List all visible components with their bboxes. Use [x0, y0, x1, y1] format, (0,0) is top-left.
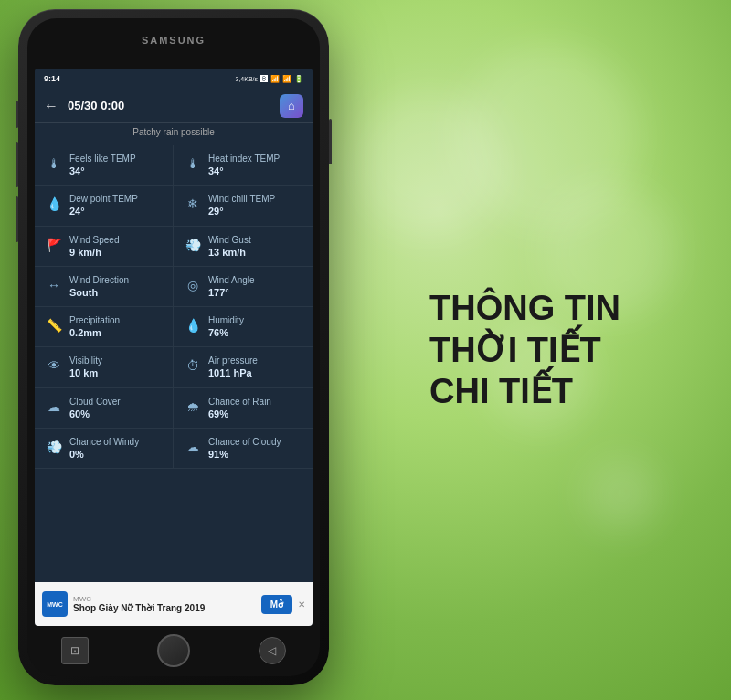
weather-item-value: 13 km/h	[208, 246, 303, 259]
weather-item: 💧 Humidity 76%	[174, 307, 313, 347]
weather-item: 💧 Dew point TEMP 24°	[35, 186, 174, 226]
weather-item-icon: 🌡	[44, 154, 64, 174]
weather-item-value: South	[69, 286, 164, 299]
phone-outer-shell: SAMSUNG 9:14 3,4KB/s 🅱 📶 📶 🔋 ←	[18, 9, 329, 685]
ad-main-text: Shop Giày Nữ Thời Trang 2019	[73, 603, 256, 613]
volume-up-button	[16, 101, 18, 128]
weather-item-value: 91%	[208, 448, 303, 461]
wifi-icon: 📶	[270, 75, 280, 83]
weather-item: 🌡 Feels like TEMP 34°	[35, 145, 174, 186]
power-button	[329, 119, 332, 164]
weather-item-icon: ☁	[44, 397, 64, 417]
data-speed: 3,4KB/s	[235, 76, 258, 82]
back-hardware-button[interactable]: ◁	[259, 637, 286, 664]
ad-logo-text: MWC	[47, 601, 63, 608]
weather-item: 🌧 Chance of Rain 69%	[174, 388, 313, 429]
weather-item-icon: 🚩	[44, 235, 64, 255]
phone-bottom-nav: ⊡ ◁	[27, 634, 320, 667]
weather-item-info: Wind chill TEMP 29°	[208, 193, 303, 217]
weather-item-value: 69%	[208, 408, 303, 420]
home-button[interactable]: ⌂	[280, 94, 303, 118]
weather-item: 🚩 Wind Speed 9 km/h	[35, 227, 174, 267]
weather-item: 💨 Wind Gust 13 km/h	[174, 227, 313, 267]
recent-apps-button[interactable]: ⊡	[61, 637, 89, 664]
bixby-button	[16, 196, 18, 242]
weather-item-icon: ❄	[183, 194, 203, 214]
ad-logo: MWC	[42, 591, 68, 617]
weather-item: 🌡 Heat index TEMP 34°	[174, 145, 313, 186]
weather-item-icon: 🌧	[183, 397, 203, 417]
weather-item-value: 29°	[208, 205, 303, 217]
weather-item-label: Dew point TEMP	[69, 193, 164, 205]
weather-item-label: Cloud Cover	[69, 396, 164, 408]
weather-item: ☁ Chance of Cloudy 91%	[174, 429, 313, 469]
weather-item-info: Chance of Rain 69%	[208, 396, 303, 420]
app-screen: 9:14 3,4KB/s 🅱 📶 📶 🔋 ← 05/30 0:00 ⌂	[35, 69, 313, 626]
ad-source: MWC	[73, 595, 256, 603]
weather-item-label: Heat index TEMP	[208, 153, 303, 164]
weather-item-icon: 💧	[44, 194, 64, 214]
weather-item-label: Wind Speed	[69, 234, 164, 246]
weather-item-info: Precipitation 0.2mm	[69, 314, 164, 339]
weather-content[interactable]: 🌡 Feels like TEMP 34° 🌡 Heat index TEMP …	[35, 141, 313, 582]
weather-item-icon: ◎	[183, 275, 203, 295]
weather-item-icon: ⏱	[183, 355, 203, 376]
weather-item-info: Cloud Cover 60%	[69, 396, 164, 420]
weather-item: ↔ Wind Direction South	[35, 267, 174, 307]
weather-item: 📏 Precipitation 0.2mm	[35, 307, 174, 347]
ad-banner[interactable]: MWC MWC Shop Giày Nữ Thời Trang 2019 Mở …	[35, 582, 313, 626]
promo-text: THÔNG TIN THỜI TIẾT CHI TIẾT	[429, 288, 685, 413]
weather-item: 👁 Visibility 10 km	[35, 347, 174, 387]
weather-item-icon: ☁	[183, 437, 203, 457]
weather-item-label: Humidity	[208, 314, 303, 326]
samsung-brand: SAMSUNG	[142, 35, 206, 46]
weather-item-info: Feels like TEMP 34°	[69, 153, 164, 177]
phone-device: SAMSUNG 9:14 3,4KB/s 🅱 📶 📶 🔋 ←	[18, 9, 329, 685]
weather-subtitle: Patchy rain possible	[35, 123, 313, 141]
weather-item-label: Feels like TEMP	[69, 153, 164, 164]
signal-icon: 📶	[282, 75, 291, 83]
weather-item-label: Chance of Cloudy	[208, 436, 303, 448]
ad-text-wrapper: MWC Shop Giày Nữ Thời Trang 2019	[73, 595, 256, 613]
weather-item-value: 24°	[69, 205, 164, 217]
weather-item-info: Visibility 10 km	[69, 355, 164, 379]
weather-item-label: Precipitation	[69, 314, 164, 326]
status-time: 9:14	[44, 74, 60, 83]
weather-item-value: 0%	[69, 448, 164, 461]
weather-item: ❄ Wind chill TEMP 29°	[174, 186, 313, 226]
weather-item-label: Wind Gust	[208, 234, 303, 246]
weather-item: 💨 Chance of Windy 0%	[35, 429, 174, 469]
weather-item-info: Dew point TEMP 24°	[69, 193, 164, 217]
weather-item-info: Air pressure 1011 hPa	[208, 355, 303, 379]
weather-item-icon: 👁	[44, 355, 64, 376]
weather-item-label: Visibility	[69, 355, 164, 366]
weather-item-icon: 🌡	[183, 154, 203, 174]
weather-item-info: Wind Direction South	[69, 274, 164, 299]
weather-item-label: Wind chill TEMP	[208, 193, 303, 205]
weather-item-value: 0.2mm	[69, 326, 164, 339]
weather-item-label: Air pressure	[208, 355, 303, 366]
weather-item-icon: 📏	[44, 315, 64, 335]
weather-item-label: Chance of Windy	[69, 436, 164, 448]
weather-grid: 🌡 Feels like TEMP 34° 🌡 Heat index TEMP …	[35, 145, 313, 469]
weather-item-icon: 💨	[183, 235, 203, 255]
weather-item-icon: ↔	[44, 275, 64, 295]
physical-home-button[interactable]	[157, 634, 190, 667]
promo-line1: THÔNG TIN THỜI TIẾT	[429, 289, 620, 369]
ad-open-button[interactable]: Mở	[261, 595, 292, 614]
nav-title: 05/30 0:00	[68, 99, 280, 112]
weather-item-value: 9 km/h	[69, 246, 164, 259]
bluetooth-icon: 🅱	[260, 75, 268, 83]
status-icons: 3,4KB/s 🅱 📶 📶 🔋	[235, 75, 303, 83]
weather-item-label: Chance of Rain	[208, 396, 303, 408]
promo-line2: CHI TIẾT	[429, 372, 573, 410]
back-button[interactable]: ←	[44, 98, 58, 114]
ad-close-button[interactable]: ✕	[298, 599, 305, 610]
battery-icon: 🔋	[294, 75, 303, 83]
status-bar: 9:14 3,4KB/s 🅱 📶 📶 🔋	[35, 69, 313, 89]
weather-item-value: 76%	[208, 326, 303, 339]
weather-item-label: Wind Direction	[69, 274, 164, 286]
weather-item-info: Heat index TEMP 34°	[208, 153, 303, 177]
weather-item-info: Chance of Windy 0%	[69, 436, 164, 461]
subtitle-text: Patchy rain possible	[132, 127, 215, 137]
